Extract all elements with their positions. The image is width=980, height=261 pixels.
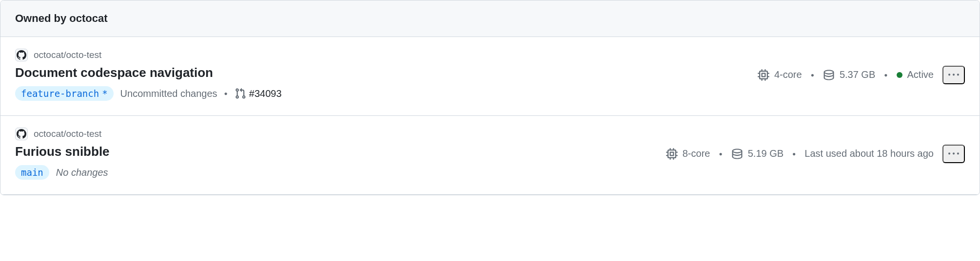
disk-value: 5.19 GB [748, 148, 784, 159]
codespace-row: octocat/octo-test Furious snibble main N… [0, 116, 980, 195]
disk-metric: 5.19 GB [731, 148, 784, 160]
kebab-icon [948, 70, 959, 80]
codespace-actions-menu[interactable] [942, 66, 965, 84]
git-pull-request-icon [235, 88, 246, 99]
branch-pill[interactable]: main [15, 165, 49, 180]
codespace-actions-menu[interactable] [942, 145, 965, 163]
codespace-stats: 8-core ● 5.19 GB ● Last used about 18 ho… [666, 145, 965, 163]
cores-value: 8-core [683, 148, 710, 159]
codespace-name-link[interactable]: Document codespace navigation [15, 65, 282, 80]
repo-link[interactable]: octocat/octo-test [34, 50, 101, 60]
cpu-icon [666, 148, 678, 160]
octocat-icon [17, 50, 26, 60]
codespace-stats: 4-core ● 5.37 GB ● Active [758, 66, 965, 84]
separator-dot: ● [224, 90, 228, 97]
repo-link[interactable]: octocat/octo-test [34, 129, 101, 139]
pr-number: #34093 [249, 88, 282, 99]
database-icon [731, 148, 743, 160]
owner-heading: Owned by octocat [15, 12, 107, 24]
cpu-icon [758, 69, 769, 81]
separator-dot: ● [811, 72, 814, 78]
codespaces-panel: Owned by octocat octocat/octo-test Docum… [0, 0, 980, 195]
panel-header: Owned by octocat [0, 0, 980, 37]
disk-metric: 5.37 GB [823, 69, 875, 81]
status-text: Last used about 18 hours ago [804, 148, 934, 159]
codespace-info: octocat/octo-test Document codespace nav… [15, 49, 282, 101]
dirty-indicator: * [102, 88, 107, 99]
codespace-meta: feature-branch* Uncommitted changes ● #3… [15, 86, 282, 101]
separator-dot: ● [719, 150, 722, 157]
cores-metric: 4-core [758, 69, 802, 81]
codespace-info: octocat/octo-test Furious snibble main N… [15, 128, 110, 180]
disk-value: 5.37 GB [840, 69, 875, 80]
cores-value: 4-core [774, 69, 802, 80]
repo-line: octocat/octo-test [15, 49, 282, 61]
changes-status: Uncommitted changes [120, 88, 217, 99]
changes-status: No changes [56, 167, 108, 178]
branch-name: feature-branch [21, 88, 99, 99]
branch-pill[interactable]: feature-branch* [15, 86, 114, 101]
codespace-meta: main No changes [15, 165, 110, 180]
pull-request-link[interactable]: #34093 [235, 88, 282, 99]
database-icon [823, 69, 835, 81]
repo-line: octocat/octo-test [15, 128, 110, 140]
kebab-icon [948, 149, 959, 159]
branch-name: main [21, 167, 43, 178]
codespace-name-link[interactable]: Furious snibble [15, 144, 110, 159]
active-dot-icon [897, 72, 902, 78]
owner-avatar [15, 49, 28, 61]
cores-metric: 8-core [666, 148, 710, 160]
codespace-row: octocat/octo-test Document codespace nav… [0, 37, 980, 116]
octocat-icon [17, 129, 26, 139]
status-text: Active [907, 69, 934, 80]
separator-dot: ● [792, 150, 796, 157]
separator-dot: ● [884, 72, 887, 78]
status-indicator: Last used about 18 hours ago [804, 148, 934, 159]
owner-avatar [15, 128, 28, 140]
status-indicator: Active [897, 69, 934, 80]
